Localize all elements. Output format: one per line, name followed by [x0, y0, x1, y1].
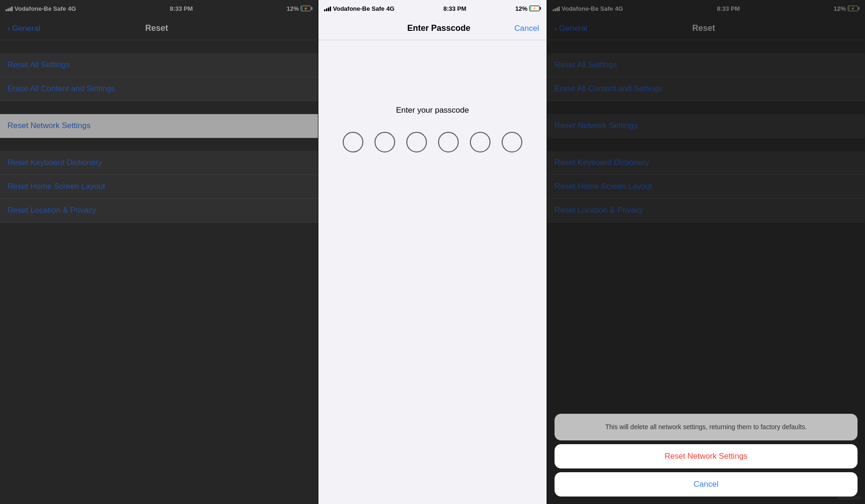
battery-icon: ⚡ — [301, 6, 312, 11]
left-item-reset-keyboard[interactable]: Reset Keyboard Dictionary — [0, 151, 318, 175]
left-time: 8:33 PM — [170, 5, 193, 12]
passcode-dot-5 — [470, 132, 490, 152]
passcode-dots — [343, 132, 522, 152]
alert-sheet: This will delete all network settings, r… — [547, 414, 865, 504]
left-nav-title: Reset — [145, 23, 168, 33]
alert-button-box: Reset Network Settings — [555, 444, 858, 468]
middle-carrier: Vodafone-Be Safe — [333, 5, 384, 12]
left-back-button[interactable]: ‹ General — [7, 24, 40, 33]
passcode-prompt: Enter your passcode — [396, 106, 469, 115]
passcode-body: Enter your passcode — [318, 40, 547, 504]
passcode-dot-1 — [343, 132, 363, 152]
passcode-dot-6 — [502, 132, 522, 152]
passcode-cancel-button[interactable]: Cancel — [514, 24, 539, 33]
left-status-right: 12% ⚡ — [287, 5, 312, 12]
left-item-erase-all-label: Erase All Content and Settings — [7, 84, 115, 93]
middle-status-right: 12% ⚡ — [515, 5, 541, 12]
left-back-label: General — [12, 24, 40, 33]
left-item-reset-all-label: Reset All Settings — [7, 60, 70, 69]
alert-message-box: This will delete all network settings, r… — [555, 414, 858, 440]
left-chevron-icon: ‹ — [7, 24, 10, 33]
middle-battery-pct: 12% — [515, 5, 527, 12]
right-panel: Vodafone-Be Safe 4G 8:33 PM 12% ⚡ ‹ Gene… — [547, 0, 865, 504]
left-item-reset-location[interactable]: Reset Location & Privacy — [0, 199, 318, 223]
middle-network: 4G — [386, 5, 394, 12]
left-item-reset-network[interactable]: Reset Network Settings — [0, 114, 318, 138]
middle-signal-icon — [324, 6, 331, 11]
left-settings-list: Reset All Settings Erase All Content and… — [0, 40, 318, 504]
left-item-reset-all[interactable]: Reset All Settings — [0, 53, 318, 77]
alert-confirm-button[interactable]: Reset Network Settings — [555, 444, 858, 468]
alert-cancel-box: Cancel — [555, 472, 858, 497]
left-status-left: Vodafone-Be Safe 4G — [6, 5, 76, 12]
passcode-title: Enter Passcode — [407, 23, 470, 33]
left-item-reset-home[interactable]: Reset Home Screen Layout — [0, 175, 318, 199]
left-nav-bar: ‹ General Reset — [0, 17, 318, 40]
alert-cancel-button[interactable]: Cancel — [555, 472, 858, 497]
passcode-dot-2 — [375, 132, 395, 152]
passcode-dot-4 — [438, 132, 459, 152]
left-item-reset-home-label: Reset Home Screen Layout — [7, 182, 105, 191]
middle-status-left: Vodafone-Be Safe 4G — [324, 5, 395, 12]
passcode-dot-3 — [406, 132, 427, 152]
left-network: 4G — [68, 5, 76, 12]
middle-battery-icon: ⚡ — [529, 6, 541, 11]
alert-message-text: This will delete all network settings, r… — [605, 423, 807, 431]
left-panel: Vodafone-Be Safe 4G 8:33 PM 12% ⚡ ‹ Gene… — [0, 0, 318, 504]
passcode-nav: Enter Passcode Cancel — [318, 17, 547, 40]
left-item-erase-all[interactable]: Erase All Content and Settings — [0, 77, 318, 101]
left-battery-pct: 12% — [287, 5, 299, 12]
alert-overlay: This will delete all network settings, r… — [547, 0, 865, 504]
left-item-reset-keyboard-label: Reset Keyboard Dictionary — [7, 158, 102, 167]
left-item-reset-network-label: Reset Network Settings — [7, 121, 91, 130]
left-status-bar: Vodafone-Be Safe 4G 8:33 PM 12% ⚡ — [0, 0, 318, 17]
middle-status-bar: Vodafone-Be Safe 4G 8:33 PM 12% ⚡ — [318, 0, 547, 17]
left-carrier: Vodafone-Be Safe — [14, 5, 66, 12]
middle-time: 8:33 PM — [443, 5, 466, 12]
signal-icon — [6, 6, 13, 11]
left-item-reset-location-label: Reset Location & Privacy — [7, 206, 96, 215]
middle-panel: Vodafone-Be Safe 4G 8:33 PM 12% ⚡ Enter … — [318, 0, 547, 504]
